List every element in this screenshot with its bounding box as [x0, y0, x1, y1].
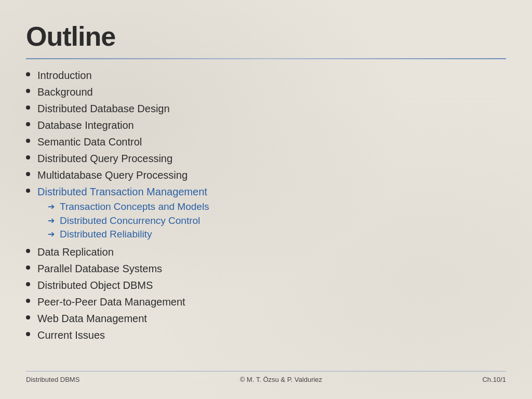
- bullet-label-dist-txn: Distributed Transaction Management: [37, 186, 207, 197]
- bullet-text-background: Background: [37, 85, 93, 99]
- bullet-label-parallel-db: Parallel Database Systems: [37, 263, 162, 274]
- arrow-icon-txn-concepts: ➔: [48, 202, 55, 212]
- bullet-label-intro: Introduction: [37, 70, 92, 81]
- sub-item-txn-concepts: ➔Transaction Concepts and Models: [37, 201, 209, 214]
- bullet-text-db-integration: Database Integration: [37, 118, 134, 132]
- bullet-dot-dist-txn: [26, 189, 30, 193]
- bullet-text-p2p: Peer-to-Peer Data Management: [37, 295, 185, 309]
- bullet-text-dist-db-design: Distributed Database Design: [37, 102, 170, 116]
- bullet-item-web-data: Web Data Management: [26, 312, 506, 326]
- sub-item-dist-reliability: ➔Distributed Reliability: [37, 228, 209, 241]
- bullet-item-background: Background: [26, 85, 506, 99]
- divider: [26, 58, 506, 59]
- bullet-item-dist-object: Distributed Object DBMS: [26, 278, 506, 292]
- bullet-label-data-replication: Data Replication: [37, 246, 114, 258]
- bullet-item-intro: Introduction: [26, 69, 506, 83]
- content-area: IntroductionBackgroundDistributed Databa…: [26, 69, 506, 367]
- bullet-label-dist-query: Distributed Query Processing: [37, 153, 172, 164]
- bullet-item-dist-query: Distributed Query Processing: [26, 152, 506, 166]
- bullet-dot-data-replication: [26, 249, 30, 253]
- bullet-text-data-replication: Data Replication: [37, 245, 114, 259]
- bullet-dot-semantic: [26, 139, 30, 143]
- bullet-text-dist-object: Distributed Object DBMS: [37, 278, 153, 292]
- bullet-text-web-data: Web Data Management: [37, 312, 147, 326]
- bullet-label-dist-db-design: Distributed Database Design: [37, 103, 170, 114]
- footer-center: © M. T. Özsu & P. Valduriez: [240, 376, 322, 383]
- sub-label-txn-concepts: Transaction Concepts and Models: [60, 201, 209, 214]
- bullet-dot-background: [26, 89, 30, 93]
- bullet-item-dist-db-design: Distributed Database Design: [26, 102, 506, 116]
- footer-left: Distributed DBMS: [26, 376, 79, 383]
- footer-right: Ch.10/1: [482, 376, 506, 383]
- bullet-label-semantic: Semantic Data Control: [37, 136, 142, 148]
- bullet-item-current: Current Issues: [26, 328, 506, 342]
- bullet-dot-current: [26, 332, 30, 336]
- bullet-dot-parallel-db: [26, 265, 30, 270]
- bullet-item-semantic: Semantic Data Control: [26, 135, 506, 149]
- footer: Distributed DBMS © M. T. Özsu & P. Valdu…: [26, 371, 506, 383]
- bullet-label-p2p: Peer-to-Peer Data Management: [37, 296, 185, 308]
- bullet-label-background: Background: [37, 86, 93, 98]
- bullet-item-data-replication: Data Replication: [26, 245, 506, 259]
- bullet-dot-multi-query: [26, 172, 30, 176]
- bullet-label-dist-object: Distributed Object DBMS: [37, 280, 153, 291]
- bullet-item-dist-txn: Distributed Transaction Management➔Trans…: [26, 185, 506, 243]
- bullet-text-semantic: Semantic Data Control: [37, 135, 142, 149]
- bullet-dot-db-integration: [26, 122, 30, 126]
- bullet-label-web-data: Web Data Management: [37, 313, 147, 324]
- arrow-icon-dist-reliability: ➔: [48, 229, 55, 240]
- bullet-label-current: Current Issues: [37, 329, 105, 341]
- bullet-dot-intro: [26, 72, 30, 76]
- bullet-dot-web-data: [26, 315, 30, 320]
- bullet-text-dist-query: Distributed Query Processing: [37, 152, 172, 166]
- bullet-dot-p2p: [26, 299, 30, 303]
- sub-item-dist-concurrency: ➔Distributed Concurrency Control: [37, 215, 209, 228]
- bullet-dot-dist-query: [26, 155, 30, 159]
- bullet-text-intro: Introduction: [37, 69, 92, 83]
- bullet-label-db-integration: Database Integration: [37, 119, 134, 131]
- bullet-text-multi-query: Multidatabase Query Processing: [37, 168, 188, 182]
- bullet-item-p2p: Peer-to-Peer Data Management: [26, 295, 506, 309]
- bullet-label-multi-query: Multidatabase Query Processing: [37, 169, 188, 181]
- bullet-item-parallel-db: Parallel Database Systems: [26, 262, 506, 276]
- arrow-icon-dist-concurrency: ➔: [48, 216, 55, 227]
- sub-list-dist-txn: ➔Transaction Concepts and Models➔Distrib…: [37, 201, 209, 241]
- bullet-list: IntroductionBackgroundDistributed Databa…: [26, 69, 506, 367]
- sub-label-dist-concurrency: Distributed Concurrency Control: [60, 215, 200, 228]
- slide-title: Outline: [26, 21, 506, 52]
- bullet-dot-dist-db-design: [26, 105, 30, 110]
- bullet-dot-dist-object: [26, 282, 30, 286]
- bullet-text-parallel-db: Parallel Database Systems: [37, 262, 162, 276]
- bullet-text-current: Current Issues: [37, 328, 105, 342]
- sub-label-dist-reliability: Distributed Reliability: [60, 228, 152, 241]
- bullet-item-multi-query: Multidatabase Query Processing: [26, 168, 506, 182]
- slide-container: Outline IntroductionBackgroundDistribute…: [0, 0, 532, 399]
- bullet-text-dist-txn: Distributed Transaction Management➔Trans…: [37, 185, 209, 243]
- bullet-item-db-integration: Database Integration: [26, 118, 506, 132]
